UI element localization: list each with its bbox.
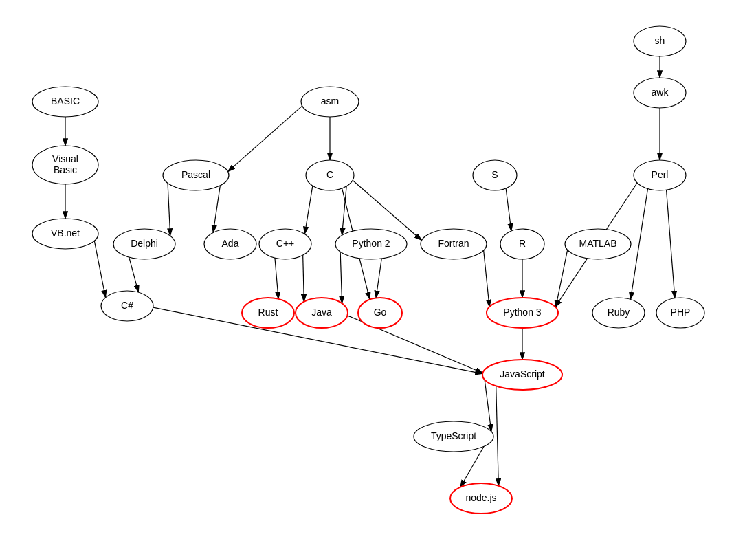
node-label-Cpp: C++ xyxy=(276,238,294,249)
node-PHP: PHP xyxy=(656,298,704,328)
node-BASIC: BASIC xyxy=(32,87,98,117)
node-VBnet: VB.net xyxy=(32,219,98,249)
node-VisualBasic: VisualBasic xyxy=(32,146,98,184)
node-Ruby: Ruby xyxy=(592,298,645,328)
edge-Pascal-Delphi xyxy=(168,183,170,236)
node-label-Delphi: Delphi xyxy=(131,238,158,249)
node-label-VBnet: VB.net xyxy=(51,228,80,239)
node-label-MATLAB: MATLAB xyxy=(579,238,617,249)
edge-Cpp-Java xyxy=(303,255,304,302)
node-Ada: Ada xyxy=(204,229,256,259)
node-label-Fortran: Fortran xyxy=(438,238,469,249)
node-Perl: Perl xyxy=(634,160,686,190)
edge-TypeScript-nodejs xyxy=(460,446,484,487)
node-R: R xyxy=(500,229,544,259)
node-label-Rust: Rust xyxy=(258,307,278,318)
edge-S-R xyxy=(506,188,511,231)
edge-C-Cpp xyxy=(304,186,312,234)
node-label-Ada: Ada xyxy=(222,238,239,249)
edge-Python2-Go xyxy=(376,258,381,298)
node-S: S xyxy=(473,160,517,190)
edge-C-Python2 xyxy=(342,186,347,235)
node-asm: asm xyxy=(301,87,359,117)
node-label-PHP: PHP xyxy=(671,307,691,318)
node-Cpp: C++ xyxy=(259,229,311,259)
node-JavaScript: JavaScript xyxy=(482,360,562,390)
edge-Perl-Ruby xyxy=(630,189,647,300)
node-label-C: C xyxy=(326,169,333,180)
node-label-R: R xyxy=(519,238,526,249)
edge-Delphi-CSharp xyxy=(129,257,139,292)
node-label-Java: Java xyxy=(311,307,332,318)
edge-asm-Pascal xyxy=(228,106,302,172)
node-Python3: Python 3 xyxy=(487,298,558,328)
node-CSharp: C# xyxy=(101,291,153,321)
node-label-Go: Go xyxy=(374,307,387,318)
node-awk: awk xyxy=(634,78,686,108)
node-Java: Java xyxy=(296,298,348,328)
graph-container: shawkBASICasmVisualBasicPascalCSPerlVB.n… xyxy=(0,0,756,550)
node-label-S: S xyxy=(491,169,498,180)
node-Fortran: Fortran xyxy=(421,229,487,259)
node-sh: sh xyxy=(634,26,686,56)
edge-Fortran-Python3 xyxy=(484,250,489,307)
node-label-VisualBasic-line0: Visual xyxy=(52,153,78,164)
node-nodejs: node.js xyxy=(450,483,512,514)
node-label-awk: awk xyxy=(652,87,669,98)
node-label-Pascal: Pascal xyxy=(181,169,210,180)
node-C: C xyxy=(306,160,354,190)
edge-VBnet-CSharp xyxy=(94,241,105,297)
edge-MATLAB-Python3 xyxy=(556,250,568,307)
edge-Cpp-Rust xyxy=(275,258,278,299)
node-Delphi: Delphi xyxy=(113,229,175,259)
edge-JavaScript-TypeScript xyxy=(485,380,491,432)
edge-Perl-PHP xyxy=(667,190,675,298)
node-label-CSharp: C# xyxy=(121,300,133,311)
node-label-Python2: Python 2 xyxy=(352,238,390,249)
node-Rust: Rust xyxy=(242,298,294,328)
node-Python2: Python 2 xyxy=(335,229,407,259)
node-MATLAB: MATLAB xyxy=(565,229,631,259)
node-label-sh: sh xyxy=(655,35,665,46)
edge-JavaScript-nodejs xyxy=(496,386,499,486)
edge-Pascal-Ada xyxy=(213,186,220,232)
node-label-nodejs: node.js xyxy=(465,492,496,503)
node-label-JavaScript: JavaScript xyxy=(500,368,544,380)
node-Go: Go xyxy=(358,298,402,328)
node-Pascal: Pascal xyxy=(163,160,229,190)
edge-Python2-Java xyxy=(340,252,342,303)
node-label-Ruby: Ruby xyxy=(608,307,630,318)
node-TypeScript: TypeScript xyxy=(414,421,493,452)
node-label-asm: asm xyxy=(321,96,339,107)
node-label-BASIC: BASIC xyxy=(51,96,80,107)
node-label-Python3: Python 3 xyxy=(503,307,541,318)
node-label-TypeScript: TypeScript xyxy=(431,430,476,441)
node-label-Perl: Perl xyxy=(652,169,669,180)
node-label-VisualBasic-line1: Basic xyxy=(54,164,77,175)
graph-svg: shawkBASICasmVisualBasicPascalCSPerlVB.n… xyxy=(0,0,756,550)
